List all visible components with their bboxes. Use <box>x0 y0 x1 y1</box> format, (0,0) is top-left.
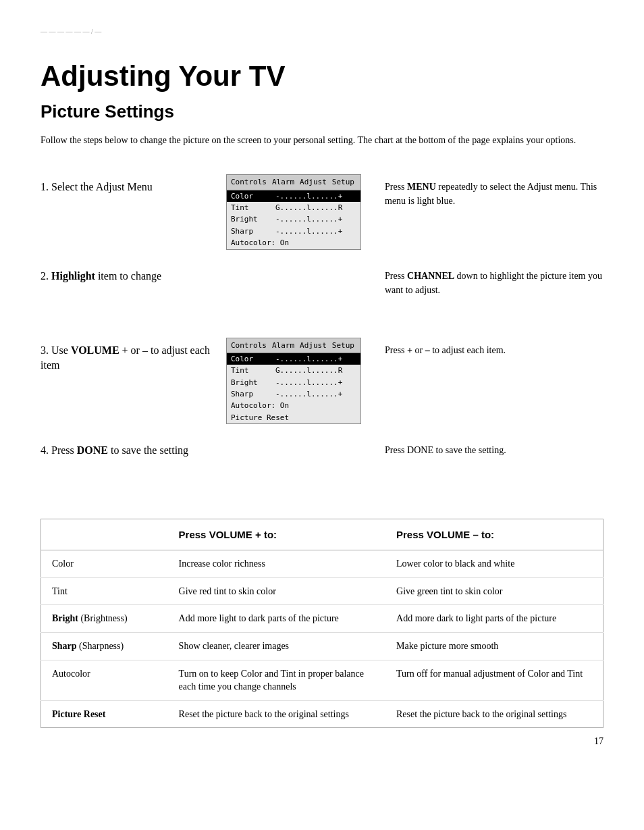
table-row-color-item: Color <box>41 550 168 578</box>
step-4-label: 4. Press DONE to save the setting <box>41 438 216 458</box>
step-2-text: Highlight item to change <box>51 270 161 282</box>
menu-2-row-sharp-label: Sharp <box>231 389 271 399</box>
step-1-desc: Press MENU repeatedly to select the Adju… <box>371 174 603 208</box>
section-title: Picture Settings <box>41 99 603 124</box>
step-4-number: 4. <box>41 444 51 456</box>
table-row-color: Color Increase color richness Lower colo… <box>41 550 603 578</box>
table-row-sharp-item: Sharp (Sharpness) <box>41 633 168 660</box>
menu-2-row-bright-value: -......l......+ <box>275 378 342 388</box>
step-1: 1. Select the Adjust Menu Controls Alarm… <box>41 167 603 256</box>
step-2-number: 2. <box>41 270 51 282</box>
step-1-number: 1. <box>41 181 51 192</box>
step-3-image: Controls Alarm Adjust Setup Color -.....… <box>216 338 371 425</box>
table-row-color-minus: Lower color to black and white <box>385 550 603 578</box>
menu-2-row-picturereset-label: Picture Reset <box>231 413 289 423</box>
table-row-sharp: Sharp (Sharpness) Show cleaner, clearer … <box>41 633 603 660</box>
menu-1-header-adjust: Adjust <box>300 177 327 187</box>
intro-text: Follow the steps below to change the pic… <box>41 133 603 147</box>
table-row-autocolor-plus: Turn on to keep Color and Tint in proper… <box>168 660 385 700</box>
table-row-bright: Bright (Brightness) Add more light to da… <box>41 605 603 633</box>
table-header-item <box>41 519 168 550</box>
step-2-desc: Press CHANNEL down to highlight the pict… <box>371 263 603 297</box>
table-row-sharp-plus: Show cleaner, clearer images <box>168 633 385 660</box>
menu-1-row-tint-value: G......l......R <box>275 203 342 213</box>
menu-1-row-sharp-value: -......l......+ <box>275 226 342 236</box>
menu-2-header-alarm: Alarm <box>272 340 294 351</box>
step-2: 2. Highlight item to change Press CHANNE… <box>41 257 603 331</box>
menu-1-header-alarm: Alarm <box>272 177 294 187</box>
table-row-picture-reset: Picture Reset Reset the picture back to … <box>41 700 603 728</box>
menu-2-header: Controls Alarm Adjust Setup <box>227 338 360 353</box>
menu-2-row-bright-label: Bright <box>231 378 271 388</box>
table-row-autocolor: Autocolor Turn on to keep Color and Tint… <box>41 660 603 700</box>
step-1-label: 1. Select the Adjust Menu <box>41 174 216 194</box>
menu-2-row-picturereset: Picture Reset <box>227 412 360 423</box>
reference-table: Press VOLUME + to: Press VOLUME – to: Co… <box>41 519 603 728</box>
menu-1-header-setup: Setup <box>332 177 354 187</box>
table-row-color-plus: Increase color richness <box>168 550 385 578</box>
table-header-plus: Press VOLUME + to: <box>168 519 385 550</box>
menu-1-row-sharp: Sharp -......l......+ <box>227 226 360 237</box>
top-meta: — — — — — — / — <box>41 27 603 36</box>
menu-1-row-color: Color -......l......+ <box>227 190 360 202</box>
table-row-tint-minus: Give green tint to skin color <box>385 577 603 605</box>
table-row-picture-reset-minus: Reset the picture back to the original s… <box>385 700 603 728</box>
menu-2-row-tint-label: Tint <box>231 365 271 375</box>
menu-1-row-color-value: -......l......+ <box>275 191 342 201</box>
menu-2-row-autocolor: Autocolor: On <box>227 400 360 411</box>
menu-2-header-setup: Setup <box>332 340 354 351</box>
table-row-bright-plus: Add more light to dark parts of the pict… <box>168 605 385 633</box>
menu-1-row-sharp-label: Sharp <box>231 226 271 236</box>
table-row-bright-minus: Add more dark to light parts of the pict… <box>385 605 603 633</box>
menu-2-row-autocolor-label: Autocolor: On <box>231 400 289 411</box>
table-row-picture-reset-plus: Reset the picture back to the original s… <box>168 700 385 728</box>
steps-area: 1. Select the Adjust Menu Controls Alarm… <box>41 167 603 498</box>
menu-2-row-color-value: -......l......+ <box>275 354 342 364</box>
menu-2-box: Controls Alarm Adjust Setup Color -.....… <box>226 338 361 425</box>
step-2-label: 2. Highlight item to change <box>41 263 216 284</box>
menu-1-box: Controls Alarm Adjust Setup Color -.....… <box>226 174 361 249</box>
table-row-bright-item: Bright (Brightness) <box>41 605 168 633</box>
step-3-desc: Press + or – to adjust each item. <box>371 338 603 357</box>
page-title: Adjusting Your TV <box>41 57 603 97</box>
menu-1-row-autocolor-label: Autocolor: On <box>231 238 289 248</box>
menu-2-row-tint-value: G......l......R <box>275 365 342 375</box>
table-row-picture-reset-item: Picture Reset <box>41 700 168 728</box>
menu-2-row-sharp: Sharp -......l......+ <box>227 388 360 400</box>
step-3-label: 3. Use VOLUME + or – to adjust each item <box>41 338 216 373</box>
menu-1-header-controls: Controls <box>231 177 267 187</box>
menu-1-row-tint-label: Tint <box>231 203 271 213</box>
menu-2-header-controls: Controls <box>231 340 267 351</box>
table-row-sharp-minus: Make picture more smooth <box>385 633 603 660</box>
step-3-number: 3. <box>41 344 51 356</box>
menu-1-row-bright-value: -......l......+ <box>275 214 342 224</box>
menu-2-row-bright: Bright -......l......+ <box>227 377 360 388</box>
step-4-image <box>216 444 371 485</box>
table-row-tint-item: Tint <box>41 577 168 605</box>
menu-2-row-color: Color -......l......+ <box>227 353 360 365</box>
step-2-image <box>216 263 371 324</box>
menu-2-row-sharp-value: -......l......+ <box>275 389 342 399</box>
menu-1-row-bright: Bright -......l......+ <box>227 213 360 225</box>
menu-1-row-bright-label: Bright <box>231 214 271 224</box>
menu-1-row-tint: Tint G......l......R <box>227 202 360 213</box>
step-4: 4. Press DONE to save the setting Press … <box>41 431 603 498</box>
menu-1-row-color-label: Color <box>231 191 271 201</box>
table-row-autocolor-minus: Turn off for manual adjustment of Color … <box>385 660 603 700</box>
table-row-tint-plus: Give red tint to skin color <box>168 577 385 605</box>
step-3: 3. Use VOLUME + or – to adjust each item… <box>41 331 603 432</box>
menu-1-row-autocolor: Autocolor: On <box>227 237 360 249</box>
menu-1-header: Controls Alarm Adjust Setup <box>227 175 360 190</box>
step-1-text: Select the Adjust Menu <box>51 181 153 192</box>
step-1-image: Controls Alarm Adjust Setup Color -.....… <box>216 174 371 249</box>
table-header-minus: Press VOLUME – to: <box>385 519 603 550</box>
step-4-desc: Press DONE to save the setting. <box>371 438 603 457</box>
table-row-tint: Tint Give red tint to skin color Give gr… <box>41 577 603 605</box>
menu-2-row-color-label: Color <box>231 354 271 364</box>
page-number: 17 <box>41 735 603 748</box>
menu-2-row-tint: Tint G......l......R <box>227 365 360 376</box>
menu-2-header-adjust: Adjust <box>300 340 327 351</box>
table-row-autocolor-item: Autocolor <box>41 660 168 700</box>
